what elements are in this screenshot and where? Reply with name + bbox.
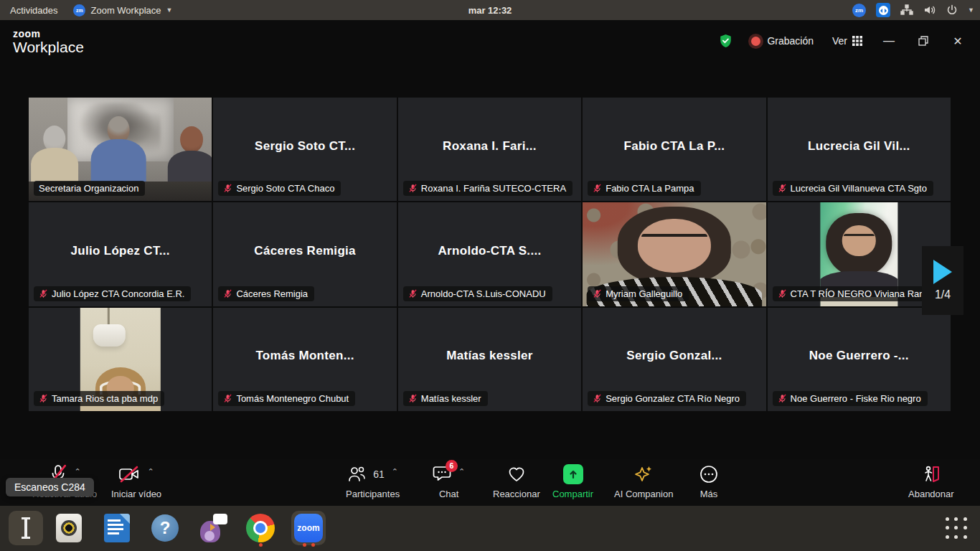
react-label: Reaccionar xyxy=(493,489,540,499)
participant-tile[interactable]: Lucrecia Gil Vil... Lucrecia Gil Villanu… xyxy=(768,98,951,201)
more-button[interactable]: Más xyxy=(699,463,718,499)
restore-button[interactable] xyxy=(915,33,931,49)
share-label: Compartir xyxy=(552,489,593,499)
chat-button[interactable]: 6 ⌃ Chat xyxy=(433,463,465,499)
zoom-app-menu-icon: zm xyxy=(73,4,85,17)
record-dot-icon xyxy=(751,37,760,46)
participant-name: Matías kessler xyxy=(398,349,581,363)
pidgin-bird-icon xyxy=(199,514,227,542)
participant-tile[interactable]: Matías kessler Matías kessler xyxy=(398,308,581,411)
zoom-app-icon: zoom xyxy=(294,514,323,542)
mic-muted-icon xyxy=(39,394,48,403)
desktop: Actividades zm Zoom Workplace ▼ mar 12:3… xyxy=(0,0,980,551)
volume-icon xyxy=(923,4,936,16)
participant-label: Arnoldo-CTA S.Luis-CONADU xyxy=(403,286,552,301)
ai-companion-label: AI Companion xyxy=(614,489,673,499)
view-label: Ver xyxy=(832,35,847,47)
mic-muted-icon xyxy=(223,184,232,193)
ai-sparkle-icon xyxy=(633,465,654,484)
help-icon: ? xyxy=(151,514,179,542)
dock-pidgin-app[interactable] xyxy=(196,511,230,545)
share-screen-button[interactable]: Compartir xyxy=(552,463,593,499)
participants-button[interactable]: 61 ⌃ Participantes xyxy=(346,463,400,499)
mic-muted-icon xyxy=(223,394,232,403)
participant-label: Julio López CTA Concordia E.R. xyxy=(34,286,191,301)
participant-tile[interactable]: Julio López CT... Julio López CTA Concor… xyxy=(29,202,212,306)
system-tray[interactable]: zm ▼ xyxy=(852,0,974,20)
dock-help-app[interactable]: ? xyxy=(148,511,182,545)
gnome-top-bar: Actividades zm Zoom Workplace ▼ mar 12:3… xyxy=(0,0,980,20)
participant-name: Noe Guerrero -... xyxy=(768,349,951,363)
dock-chrome-app[interactable] xyxy=(243,511,278,545)
participant-tile[interactable]: Myriam Galleguillo xyxy=(583,202,765,306)
chat-options-chevron[interactable]: ⌃ xyxy=(458,467,465,476)
participant-name: Julio López CT... xyxy=(29,244,212,258)
close-button[interactable]: ✕ xyxy=(950,33,966,49)
participant-name: Roxana I. Fari... xyxy=(398,139,581,154)
meeting-toolbar: ⌃ Reactivar audio ⌃ Iniciar vídeo xyxy=(0,459,980,506)
chevron-down-icon: ▼ xyxy=(968,6,974,14)
participant-tile[interactable]: Arnoldo-CTA S.... Arnoldo-CTA S.Luis-CON… xyxy=(398,202,581,306)
react-button[interactable]: Reaccionar xyxy=(493,463,540,499)
participant-tile[interactable]: Fabio CTA La P... Fabio CTA La Pampa xyxy=(583,98,765,201)
grid-view-icon xyxy=(852,36,862,46)
chrome-notification-dot xyxy=(259,543,263,547)
dock-speaker-app[interactable] xyxy=(52,511,86,545)
mic-muted-icon xyxy=(778,394,787,403)
participant-tile[interactable]: Tamara Rios cta pba mdp xyxy=(29,308,212,411)
chevron-down-icon: ▼ xyxy=(166,6,173,14)
mic-muted-icon xyxy=(223,289,232,298)
participant-label: Sergio Soto CTA Chaco xyxy=(218,181,341,196)
mic-muted-icon xyxy=(778,184,787,193)
view-button[interactable]: Ver xyxy=(832,35,862,47)
next-page-button[interactable]: 1/4 xyxy=(922,246,963,315)
recording-indicator[interactable]: Grabación xyxy=(751,35,814,47)
participant-label: Noe Guerrero - Fiske Rio negro xyxy=(773,391,928,406)
next-page-arrow-icon xyxy=(933,260,952,284)
clock[interactable]: mar 12:32 xyxy=(468,0,512,20)
start-video-button[interactable]: ⌃ Iniciar vídeo xyxy=(111,463,161,499)
zoom-workplace-logo: zoom Workplace xyxy=(13,29,84,55)
activities-button[interactable]: Actividades xyxy=(10,0,57,20)
dock-text-cursor-app[interactable] xyxy=(9,511,43,545)
participant-name: Cáceres Remigia xyxy=(213,244,396,258)
writer-document-icon xyxy=(104,514,130,542)
participant-tile[interactable]: Roxana I. Fari... Roxana I. Fariña SUTEC… xyxy=(398,98,581,201)
participant-tile[interactable]: Cáceres Remigia Cáceres Remigia xyxy=(213,202,396,306)
video-grid: Secretaria Organizacion Sergio Soto CT..… xyxy=(29,98,951,411)
participants-label: Participantes xyxy=(346,489,400,499)
participant-label: Lucrecia Gil Villanueva CTA Sgto xyxy=(773,181,933,196)
participant-tile[interactable]: Noe Guerrero -... Noe Guerrero - Fiske R… xyxy=(768,308,951,411)
video-options-chevron[interactable]: ⌃ xyxy=(147,467,154,476)
security-shield-icon[interactable] xyxy=(719,34,732,48)
participant-label: Sergio Gonzalez CTA Río Negro xyxy=(588,391,746,406)
chrome-icon xyxy=(246,514,275,542)
participant-tile[interactable]: Secretaria Organizacion xyxy=(29,98,212,201)
zoom-running-dot xyxy=(303,543,306,547)
participants-options-chevron[interactable]: ⌃ xyxy=(392,467,398,476)
power-icon xyxy=(946,4,958,16)
dock-writer-app[interactable] xyxy=(100,511,134,545)
participant-label: Tomás Montenegro Chubut xyxy=(218,391,355,406)
participant-tile[interactable]: Sergio Gonzal... Sergio Gonzalez CTA Río… xyxy=(583,308,765,411)
participant-name: Lucrecia Gil Vil... xyxy=(768,139,951,154)
minimize-button[interactable]: — xyxy=(881,33,897,49)
participant-tile[interactable]: Tomás Monten... Tomás Montenegro Chubut xyxy=(213,308,396,411)
teamviewer-tray-icon[interactable] xyxy=(876,3,890,17)
leave-button[interactable]: Abandonar xyxy=(908,463,954,499)
more-label: Más xyxy=(700,489,718,499)
participants-icon xyxy=(347,466,366,483)
participants-count: 61 xyxy=(373,468,385,480)
participant-label: Matías kessler xyxy=(403,391,488,406)
zoom-tray-icon[interactable]: zm xyxy=(852,4,866,17)
participant-tile[interactable]: Sergio Soto CT... Sergio Soto CTA Chaco xyxy=(213,98,396,201)
participant-name: Fabio CTA La P... xyxy=(583,139,765,154)
ai-companion-button[interactable]: AI Companion xyxy=(614,463,673,499)
mic-muted-icon xyxy=(408,394,418,403)
app-menu[interactable]: zm Zoom Workplace ▼ xyxy=(73,0,172,20)
more-ellipsis-icon xyxy=(699,465,718,484)
dock-zoom-app[interactable]: zoom xyxy=(291,511,326,545)
participant-label: CTA T RÍO NEGRO Viviana Ran... xyxy=(773,286,939,301)
mic-options-chevron[interactable]: ⌃ xyxy=(75,467,81,476)
show-applications-button[interactable] xyxy=(946,517,969,540)
